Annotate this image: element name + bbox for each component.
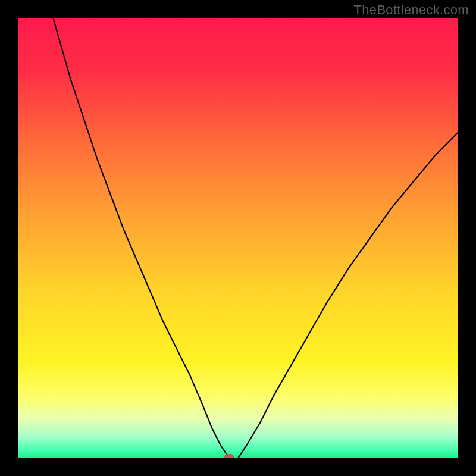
optimum-marker	[224, 454, 234, 458]
chart-frame: TheBottleneck.com	[0, 0, 476, 476]
plot-area	[18, 18, 458, 458]
bottleneck-curve	[18, 18, 458, 458]
watermark-text: TheBottleneck.com	[354, 2, 469, 18]
